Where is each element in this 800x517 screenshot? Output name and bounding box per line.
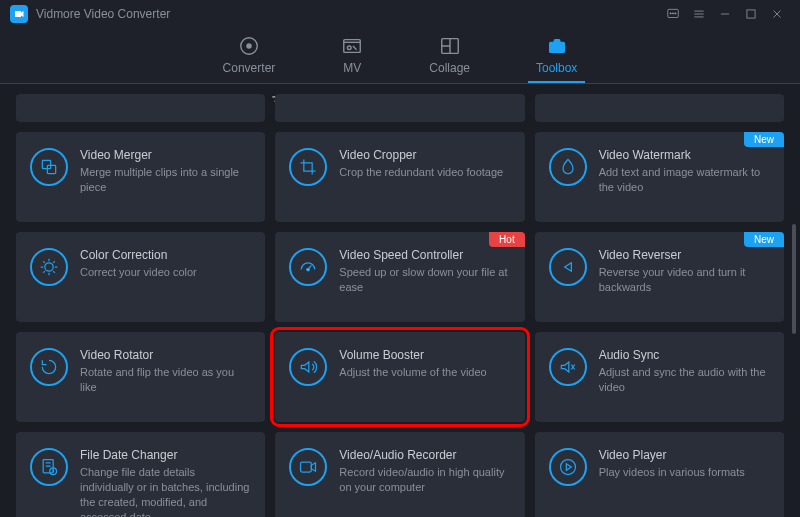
tool-speed-controller[interactable]: Hot Video Speed Controller Speed up or s…: [275, 232, 524, 322]
tool-video-reverser[interactable]: New Video Reverser Reverse your video an…: [535, 232, 784, 322]
tool-title: Video Watermark: [599, 148, 770, 162]
svg-rect-4: [747, 10, 755, 18]
tab-mv[interactable]: MV: [333, 35, 371, 83]
tool-title: Video Cropper: [339, 148, 510, 162]
tool-card-peek[interactable]: [535, 94, 784, 122]
scrollbar-thumb[interactable]: [792, 224, 796, 334]
tool-color-correction[interactable]: Color Correction Correct your video colo…: [16, 232, 265, 322]
tool-card-peek[interactable]: [16, 94, 265, 122]
svg-point-15: [307, 268, 310, 271]
tool-card-peek[interactable]: [275, 94, 524, 122]
filedate-icon: [30, 448, 68, 486]
svg-point-6: [246, 43, 252, 49]
tool-video-player[interactable]: Video Player Play videos in various form…: [535, 432, 784, 517]
new-badge: New: [744, 232, 784, 247]
main-tabs: Converter MV Collage Toolbox: [0, 28, 800, 84]
tool-desc: Merge multiple clips into a single piece: [80, 165, 251, 195]
tab-label: Toolbox: [536, 61, 577, 75]
tool-desc: Play videos in various formats: [599, 465, 770, 480]
tab-label: Collage: [429, 61, 470, 75]
feedback-button[interactable]: [660, 1, 686, 27]
tool-title: Color Correction: [80, 248, 251, 262]
svg-rect-13: [47, 165, 55, 173]
watermark-icon: [549, 148, 587, 186]
svg-point-3: [675, 13, 676, 14]
svg-rect-11: [554, 40, 560, 43]
svg-point-14: [45, 263, 53, 271]
tool-desc: Adjust the volume of the video: [339, 365, 510, 380]
tool-video-rotator[interactable]: Video Rotator Rotate and flip the video …: [16, 332, 265, 422]
tool-audio-sync[interactable]: Audio Sync Adjust and sync the audio wit…: [535, 332, 784, 422]
tool-desc: Correct your video color: [80, 265, 251, 280]
toolbox-content: Video Merger Merge multiple clips into a…: [0, 84, 800, 517]
tool-desc: Rotate and flip the video as you like: [80, 365, 251, 395]
tool-volume-booster[interactable]: Volume Booster Adjust the volume of the …: [275, 332, 524, 422]
tool-file-date-changer[interactable]: File Date Changer Change file date detai…: [16, 432, 265, 517]
tool-title: Video Speed Controller: [339, 248, 510, 262]
svg-point-19: [560, 460, 575, 475]
color-icon: [30, 248, 68, 286]
title-bar: Vidmore Video Converter: [0, 0, 800, 28]
tool-title: File Date Changer: [80, 448, 251, 462]
tool-title: Video/Audio Recorder: [339, 448, 510, 462]
menu-button[interactable]: [686, 1, 712, 27]
tool-desc: Adjust and sync the audio with the video: [599, 365, 770, 395]
reverser-icon: [549, 248, 587, 286]
tab-collage[interactable]: Collage: [421, 35, 478, 83]
tool-title: Video Player: [599, 448, 770, 462]
volume-icon: [289, 348, 327, 386]
close-button[interactable]: [764, 1, 790, 27]
tool-video-merger[interactable]: Video Merger Merge multiple clips into a…: [16, 132, 265, 222]
app-logo: [10, 5, 28, 23]
player-icon: [549, 448, 587, 486]
tool-title: Audio Sync: [599, 348, 770, 362]
svg-rect-18: [301, 462, 312, 472]
tool-desc: Crop the redundant video footage: [339, 165, 510, 180]
tool-title: Video Rotator: [80, 348, 251, 362]
tool-title: Video Reverser: [599, 248, 770, 262]
recorder-icon: [289, 448, 327, 486]
svg-rect-10: [549, 42, 564, 52]
svg-point-1: [670, 13, 671, 14]
tool-desc: Reverse your video and turn it backwards: [599, 265, 770, 295]
maximize-button[interactable]: [738, 1, 764, 27]
app-title: Vidmore Video Converter: [36, 7, 170, 21]
merger-icon: [30, 148, 68, 186]
tool-desc: Change file date details individually or…: [80, 465, 251, 517]
rotator-icon: [30, 348, 68, 386]
cropper-icon: [289, 148, 327, 186]
tab-converter[interactable]: Converter: [215, 35, 284, 83]
tool-video-watermark[interactable]: New Video Watermark Add text and image w…: [535, 132, 784, 222]
tab-toolbox[interactable]: Toolbox: [528, 35, 585, 83]
speed-icon: [289, 248, 327, 286]
tab-label: MV: [343, 61, 361, 75]
tool-title: Video Merger: [80, 148, 251, 162]
tool-title: Volume Booster: [339, 348, 510, 362]
minimize-button[interactable]: [712, 1, 738, 27]
tool-desc: Speed up or slow down your file at ease: [339, 265, 510, 295]
tool-video-cropper[interactable]: Video Cropper Crop the redundant video f…: [275, 132, 524, 222]
svg-point-2: [672, 13, 673, 14]
svg-rect-12: [42, 160, 50, 168]
tool-desc: Add text and image watermark to the vide…: [599, 165, 770, 195]
hot-badge: Hot: [489, 232, 525, 247]
tool-video-audio-recorder[interactable]: Video/Audio Recorder Record video/audio …: [275, 432, 524, 517]
audiosync-icon: [549, 348, 587, 386]
tab-label: Converter: [223, 61, 276, 75]
svg-rect-7: [344, 40, 361, 53]
tool-desc: Record video/audio in high quality on yo…: [339, 465, 510, 495]
svg-point-8: [348, 46, 352, 50]
new-badge: New: [744, 132, 784, 147]
